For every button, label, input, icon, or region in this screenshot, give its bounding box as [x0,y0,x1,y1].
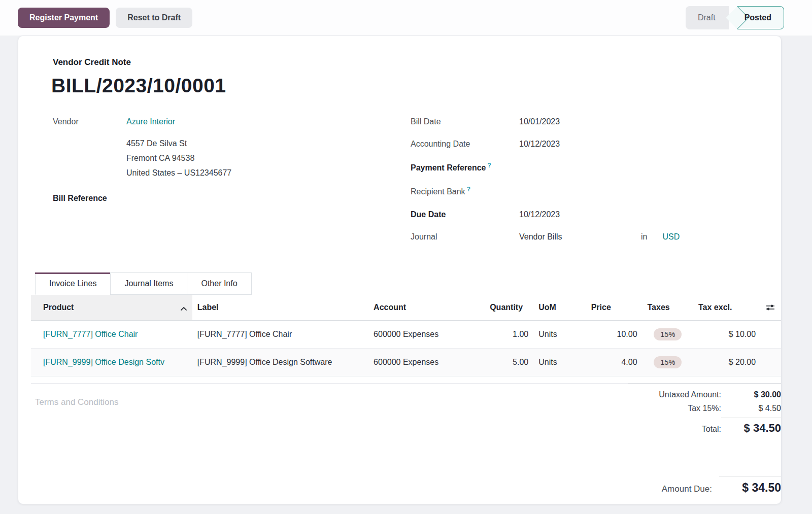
document-type-label: Vendor Credit Note [53,57,766,67]
amount-due-label: Amount Due: [662,484,712,494]
terms-and-conditions-input[interactable]: Terms and Conditions [31,397,628,439]
invoice-line-row[interactable]: [FURN_7777] Office Chair [FURN_7777] Off… [31,320,781,348]
tax-amount-value: $ 4.50 [721,404,781,413]
currency-link[interactable]: USD [662,232,680,242]
status-draft[interactable]: Draft [686,6,729,29]
tab-other-info[interactable]: Other Info [187,272,251,295]
tax-tag[interactable]: 15% [654,328,682,340]
vendor-link[interactable]: Azure Interior [126,117,175,126]
vendor-address: 4557 De Silva St Fremont CA 94538 United… [126,136,411,180]
due-date-label: Due Date [411,210,519,219]
line-account-cell[interactable]: 600000 Expenses [368,348,485,376]
reset-to-draft-button[interactable]: Reset to Draft [116,8,192,28]
statusbar: Draft Posted [686,6,784,29]
line-label-cell[interactable]: [FURN_7777] Office Chair [192,320,368,348]
bill-form-sheet: Vendor Credit Note BILL/2023/10/0001 Ven… [18,36,782,504]
tax-tag[interactable]: 15% [654,356,682,368]
invoice-lines-table: Product Label Account Quantity UoM Price… [31,295,781,376]
amount-due-block: Amount Due: $ 34.50 [31,476,781,495]
journal-in-text: in [641,232,647,242]
document-number: BILL/2023/10/0001 [51,75,766,97]
product-link[interactable]: [FURN_9999] Office Design Softv [43,358,164,366]
help-icon[interactable]: ? [488,162,491,169]
line-price-cell[interactable]: 10.00 [586,320,642,348]
totals-block: Untaxed Amount: $ 30.00 Tax 15%: $ 4.50 … [628,384,781,439]
line-subtotal-cell: $ 20.00 [693,348,761,376]
column-header-price[interactable]: Price [586,295,642,321]
untaxed-amount-label: Untaxed Amount: [659,390,721,399]
tab-journal-items[interactable]: Journal Items [110,272,187,295]
invoice-line-row[interactable]: [FURN_9999] Office Design Softv [FURN_99… [31,348,781,376]
line-subtotal-cell: $ 10.00 [693,320,761,348]
optional-columns-button[interactable] [761,295,781,321]
amount-due-value: $ 34.50 [719,476,781,495]
total-label: Total: [702,425,721,434]
line-uom-cell[interactable]: Units [533,320,586,348]
line-account-cell[interactable]: 600000 Expenses [368,320,485,348]
help-icon[interactable]: ? [467,186,470,193]
column-header-tax-excl[interactable]: Tax excl. [693,295,761,321]
bill-date-value[interactable]: 10/01/2023 [519,117,560,126]
column-header-taxes[interactable]: Taxes [642,295,694,321]
register-payment-button[interactable]: Register Payment [18,8,110,28]
tax-amount-label: Tax 15%: [688,404,721,413]
payment-reference-label: Payment Reference? [411,162,519,173]
tab-invoice-lines[interactable]: Invoice Lines [35,272,111,295]
column-header-product[interactable]: Product [31,295,192,321]
status-posted[interactable]: Posted [737,6,784,29]
accounting-date-value[interactable]: 10/12/2023 [519,140,560,149]
line-quantity-cell[interactable]: 1.00 [485,320,533,348]
line-label-cell[interactable]: [FURN_9999] Office Design Software [192,348,368,376]
line-uom-cell[interactable]: Units [533,348,586,376]
action-bar: Register Payment Reset to Draft Draft Po… [0,0,812,36]
accounting-date-label: Accounting Date [411,140,519,149]
product-link[interactable]: [FURN_7777] Office Chair [43,330,138,338]
untaxed-amount-value: $ 30.00 [721,390,781,399]
recipient-bank-label: Recipient Bank? [411,186,519,196]
total-value: $ 34.50 [721,418,781,435]
sliders-icon [766,303,775,312]
sort-ascending-icon[interactable] [180,304,187,313]
column-header-account[interactable]: Account [368,295,485,321]
due-date-value[interactable]: 10/12/2023 [519,210,560,219]
bill-reference-label: Bill Reference [53,194,126,203]
column-header-uom[interactable]: UoM [533,295,586,321]
line-price-cell[interactable]: 4.00 [586,348,642,376]
column-header-label[interactable]: Label [192,295,368,321]
journal-label: Journal [411,232,519,242]
bill-date-label: Bill Date [411,117,519,126]
column-header-quantity[interactable]: Quantity [485,295,533,321]
journal-value[interactable]: Vendor Bills [519,232,641,242]
notebook-tabs: Invoice Lines Journal Items Other Info [35,272,766,295]
vendor-label: Vendor [53,117,126,126]
line-quantity-cell[interactable]: 5.00 [485,348,533,376]
